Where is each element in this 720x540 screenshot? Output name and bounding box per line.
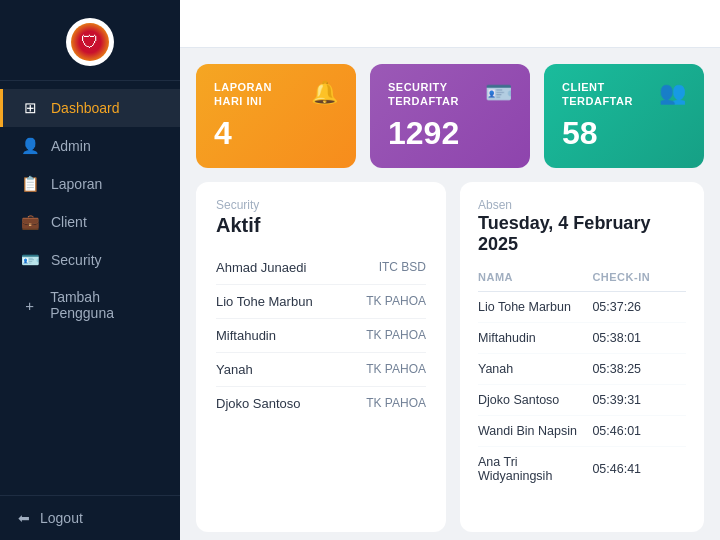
sidebar-logo: 🛡 — [0, 0, 180, 81]
main-content: LAPORANHARI INI 🔔 4 SECURITYTERDAFTAR 🪪 … — [180, 0, 720, 540]
sidebar-item-admin[interactable]: 👤 Admin — [0, 127, 180, 165]
stat-card-icon-security: 🪪 — [485, 80, 512, 106]
security-list: Ahmad Junaedi ITC BSD Lio Tohe Marbun TK… — [216, 251, 426, 420]
security-name: Djoko Santoso — [216, 396, 301, 411]
absen-table-row: Yanah 05:38:25 — [478, 353, 686, 384]
stat-card-laporan: LAPORANHARI INI 🔔 4 — [196, 64, 356, 168]
stat-card-header-laporan: LAPORANHARI INI 🔔 — [214, 80, 338, 109]
client-label: Client — [51, 214, 87, 230]
absen-table-row: Lio Tohe Marbun 05:37:26 — [478, 291, 686, 322]
absen-subtitle: Absen — [478, 198, 686, 212]
stat-card-value-laporan: 4 — [214, 115, 338, 152]
absen-nama: Yanah — [478, 353, 592, 384]
sidebar: 🛡 ⊞ Dashboard 👤 Admin 📋 Laporan 💼 Client… — [0, 0, 180, 540]
absen-nama: Djoko Santoso — [478, 384, 592, 415]
security-list-item: Ahmad Junaedi ITC BSD — [216, 251, 426, 285]
logout-icon: ⬅ — [18, 510, 30, 526]
security-label: Security — [51, 252, 102, 268]
absen-nama: Wandi Bin Napsin — [478, 415, 592, 446]
sidebar-item-tambah-pengguna[interactable]: + Tambah Pengguna — [0, 279, 180, 331]
absen-table-row: Miftahudin 05:38:01 — [478, 322, 686, 353]
bottom-section: Security Aktif Ahmad Junaedi ITC BSD Lio… — [196, 182, 704, 532]
security-name: Lio Tohe Marbun — [216, 294, 313, 309]
content-area: LAPORANHARI INI 🔔 4 SECURITYTERDAFTAR 🪪 … — [180, 48, 720, 540]
stat-card-security: SECURITYTERDAFTAR 🪪 1292 — [370, 64, 530, 168]
absen-nama: Lio Tohe Marbun — [478, 291, 592, 322]
dashboard-label: Dashboard — [51, 100, 120, 116]
security-name: Ahmad Junaedi — [216, 260, 306, 275]
security-panel-title: Aktif — [216, 214, 426, 237]
col-checkin-header: CHECK-IN — [592, 267, 686, 292]
absen-date: Tuesday, 4 February 2025 — [478, 213, 686, 255]
stat-card-client: CLIENTTERDAFTAR 👥 58 — [544, 64, 704, 168]
stat-card-value-client: 58 — [562, 115, 686, 152]
security-list-item: Yanah TK PAHOA — [216, 353, 426, 387]
security-panel-subtitle: Security — [216, 198, 426, 212]
absen-table-body: Lio Tohe Marbun 05:37:26 Miftahudin 05:3… — [478, 291, 686, 491]
security-name: Yanah — [216, 362, 253, 377]
absen-checkin: 05:46:01 — [592, 415, 686, 446]
laporan-icon: 📋 — [21, 175, 39, 193]
stat-card-icon-laporan: 🔔 — [311, 80, 338, 106]
security-location: TK PAHOA — [366, 396, 426, 410]
sidebar-nav: ⊞ Dashboard 👤 Admin 📋 Laporan 💼 Client 🪪… — [0, 81, 180, 495]
security-location: TK PAHOA — [366, 362, 426, 376]
security-panel: Security Aktif Ahmad Junaedi ITC BSD Lio… — [196, 182, 446, 532]
security-icon: 🪪 — [21, 251, 39, 269]
dashboard-icon: ⊞ — [21, 99, 39, 117]
tambah-pengguna-label: Tambah Pengguna — [50, 289, 162, 321]
absen-checkin: 05:39:31 — [592, 384, 686, 415]
security-name: Miftahudin — [216, 328, 276, 343]
col-nama-header: NAMA — [478, 267, 592, 292]
sidebar-item-laporan[interactable]: 📋 Laporan — [0, 165, 180, 203]
absen-checkin: 05:38:01 — [592, 322, 686, 353]
stat-card-label-client: CLIENTTERDAFTAR — [562, 80, 633, 109]
sidebar-item-client[interactable]: 💼 Client — [0, 203, 180, 241]
absen-table: NAMA CHECK-IN Lio Tohe Marbun 05:37:26 M… — [478, 267, 686, 491]
absen-table-row: Ana Tri Widyaningsih 05:46:41 — [478, 446, 686, 491]
security-location: TK PAHOA — [366, 328, 426, 342]
stat-cards: LAPORANHARI INI 🔔 4 SECURITYTERDAFTAR 🪪 … — [196, 64, 704, 168]
absen-table-row: Djoko Santoso 05:39:31 — [478, 384, 686, 415]
stat-card-label-laporan: LAPORANHARI INI — [214, 80, 272, 109]
logo-circle: 🛡 — [66, 18, 114, 66]
stat-card-label-security: SECURITYTERDAFTAR — [388, 80, 459, 109]
tambah-pengguna-icon: + — [21, 297, 38, 314]
sidebar-item-security[interactable]: 🪪 Security — [0, 241, 180, 279]
absen-table-row: Wandi Bin Napsin 05:46:01 — [478, 415, 686, 446]
admin-icon: 👤 — [21, 137, 39, 155]
laporan-label: Laporan — [51, 176, 102, 192]
stat-card-value-security: 1292 — [388, 115, 512, 152]
absen-panel: Absen Tuesday, 4 February 2025 NAMA CHEC… — [460, 182, 704, 532]
security-location: TK PAHOA — [366, 294, 426, 308]
stat-card-icon-client: 👥 — [659, 80, 686, 106]
client-icon: 💼 — [21, 213, 39, 231]
logo-image: 🛡 — [71, 23, 109, 61]
logout-label: Logout — [40, 510, 83, 526]
topbar — [180, 0, 720, 48]
logout-button[interactable]: ⬅ Logout — [18, 510, 162, 526]
absen-nama: Miftahudin — [478, 322, 592, 353]
absen-nama: Ana Tri Widyaningsih — [478, 446, 592, 491]
absen-checkin: 05:37:26 — [592, 291, 686, 322]
absen-checkin: 05:38:25 — [592, 353, 686, 384]
security-list-item: Lio Tohe Marbun TK PAHOA — [216, 285, 426, 319]
security-location: ITC BSD — [379, 260, 426, 274]
absen-checkin: 05:46:41 — [592, 446, 686, 491]
stat-card-header-client: CLIENTTERDAFTAR 👥 — [562, 80, 686, 109]
stat-card-header-security: SECURITYTERDAFTAR 🪪 — [388, 80, 512, 109]
security-list-item: Miftahudin TK PAHOA — [216, 319, 426, 353]
security-list-item: Djoko Santoso TK PAHOA — [216, 387, 426, 420]
sidebar-item-dashboard[interactable]: ⊞ Dashboard — [0, 89, 180, 127]
sidebar-footer: ⬅ Logout — [0, 495, 180, 540]
admin-label: Admin — [51, 138, 91, 154]
